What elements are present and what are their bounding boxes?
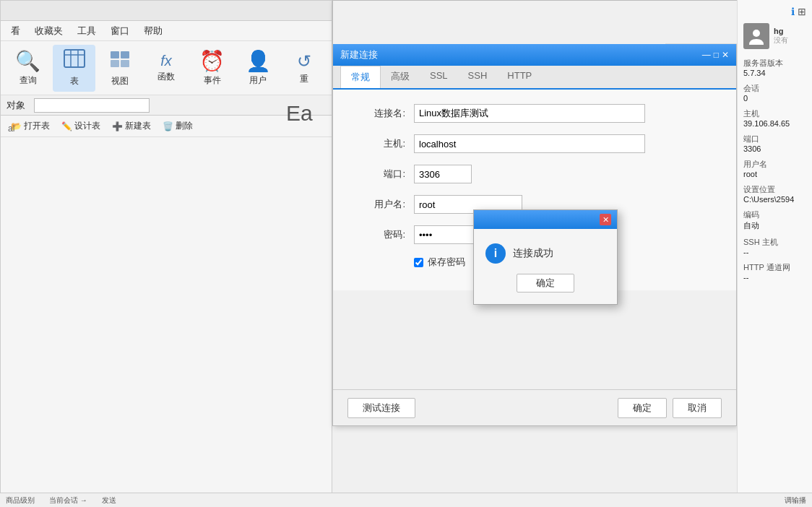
settings-label: 设置位置 [743,184,806,195]
server-info-section: 服务器版本 5.7.34 会话 0 主机 39.106.84.65 端口 330… [743,58,806,282]
encoding-label: 编码 [743,209,806,220]
success-close-btn[interactable]: ✕ [600,214,611,225]
tab-general[interactable]: 常规 [340,66,381,88]
toolbar-function[interactable]: fx 函数 [144,45,188,92]
delete-label: 删除 [176,120,193,132]
tab-ssl[interactable]: SSL [420,66,458,88]
success-message-row: i 连接成功 [485,243,605,264]
save-password-checkbox[interactable] [414,258,423,267]
success-title-bar: ✕ [474,210,617,229]
toolbar: 🔍 查询 表 视图 [1,41,332,95]
username-display: hg [774,27,788,35]
menu-tools[interactable]: 工具 [70,22,103,40]
server-version-value: 5.7.34 [743,69,806,77]
table-icon [63,48,86,74]
footer-right-buttons: 确定 取消 [618,398,722,418]
username-label: 用户名: [355,198,405,211]
maximize-btn[interactable]: □ [714,50,719,60]
menu-window[interactable]: 窗口 [103,22,137,40]
action-bar: 📂 打开表 ✏️ 设计表 ➕ 新建表 🗑️ 删除 [1,116,332,137]
toolbar-event[interactable]: ⏰ 事件 [191,45,234,92]
password-label: 密码: [355,228,405,241]
toolbar-user-label: 用户 [249,74,267,87]
toolbar-view[interactable]: 视图 [98,45,142,92]
close-btn-dialog[interactable]: ✕ [722,50,729,60]
design-table-label: 设计表 [74,120,100,132]
conn-name-input[interactable] [414,104,645,123]
ssh-value: -- [743,248,806,256]
svg-point-8 [753,30,760,37]
minimize-btn[interactable]: — [702,50,711,60]
delete-btn[interactable]: 🗑️ 删除 [158,118,197,134]
port-input[interactable] [414,165,472,183]
sidebar-item-al[interactable]: al [8,124,14,134]
object-bar: 对象 [1,95,332,116]
menu-help[interactable]: 帮助 [137,22,170,40]
success-body: i 连接成功 确定 [474,229,617,304]
menu-bookmarks[interactable]: 收藏夹 [27,22,70,40]
more-btn[interactable]: ⊞ [798,6,806,17]
toolbar-refresh[interactable]: ↺ 重 [282,45,326,92]
toolbar-view-label: 视图 [111,75,129,87]
bottom-item-1: 商品级别 [6,495,35,506]
svg-rect-4 [111,51,119,58]
tab-http[interactable]: HTTP [497,66,542,88]
session-label: 会话 [743,83,806,94]
right-panel: ℹ ⊞ hg 没有 服务器版本 5.7.34 会话 0 主机 39.106.84… [737,0,812,507]
function-icon: fx [160,53,172,69]
host-label: 主机: [355,137,405,150]
test-conn-btn[interactable]: 测试连接 [347,398,415,418]
user-icon: 👤 [246,49,271,73]
port-label: 端口: [355,168,405,181]
design-table-icon: ✏️ [61,121,72,131]
svg-rect-0 [64,50,85,67]
delete-icon: 🗑️ [163,121,173,131]
success-message: 连接成功 [513,247,553,260]
cancel-btn[interactable]: 取消 [673,398,722,418]
user-sub-display: 没有 [774,35,788,46]
toolbar-query-label: 查询 [20,74,37,87]
host-row: 主机: [355,134,714,153]
success-dialog: ✕ i 连接成功 确定 [473,209,618,305]
open-table-label: 打开表 [24,120,50,132]
menu-see[interactable]: 看 [4,22,27,40]
window-controls: — □ ✕ [702,50,729,60]
svg-rect-6 [111,60,119,67]
ok-btn[interactable]: 确定 [618,398,667,418]
conn-name-row: 连接名: [355,104,714,123]
encoding-value: 自动 [743,220,806,231]
bottom-item-4: 调输播 [785,495,806,506]
server-version-label: 服务器版本 [743,58,806,69]
query-icon: 🔍 [15,49,40,73]
user-info: hg 没有 [774,27,788,46]
bottom-item-2: 当前会话 → [49,495,87,506]
host-input[interactable] [414,134,645,153]
user-section: hg 没有 [743,23,806,49]
port-info-label: 端口 [743,134,806,144]
svg-rect-5 [121,51,129,58]
confirm-btn[interactable]: 确定 [517,274,574,292]
bottom-bar: 商品级别 当前会话 → 发送 调输播 [0,493,812,507]
port-info-value: 3306 [743,144,806,153]
conn-dialog-footer: 测试连接 确定 取消 [333,389,736,425]
toolbar-table-label: 表 [70,75,79,87]
toolbar-query[interactable]: 🔍 查询 [7,45,50,92]
port-row: 端口: [355,165,714,183]
info-icon: i [485,243,506,264]
save-password-label: 保存密码 [428,256,465,269]
refresh-icon: ↺ [297,51,311,72]
object-search-input[interactable] [34,98,150,113]
new-table-icon: ➕ [112,121,123,131]
new-table-btn[interactable]: ➕ 新建表 [108,118,155,134]
event-icon: ⏰ [199,49,225,73]
toolbar-user[interactable]: 👤 用户 [237,45,280,92]
toolbar-table[interactable]: 表 [53,45,96,92]
toolbar-refresh-label: 重 [300,73,308,85]
http-value: -- [743,273,806,282]
session-value: 0 [743,94,806,103]
tab-advanced[interactable]: 高级 [381,66,420,88]
tab-ssh[interactable]: SSH [458,66,498,88]
info-btn[interactable]: ℹ [791,6,795,17]
design-table-btn[interactable]: ✏️ 设计表 [57,118,105,134]
new-table-label: 新建表 [125,120,151,132]
